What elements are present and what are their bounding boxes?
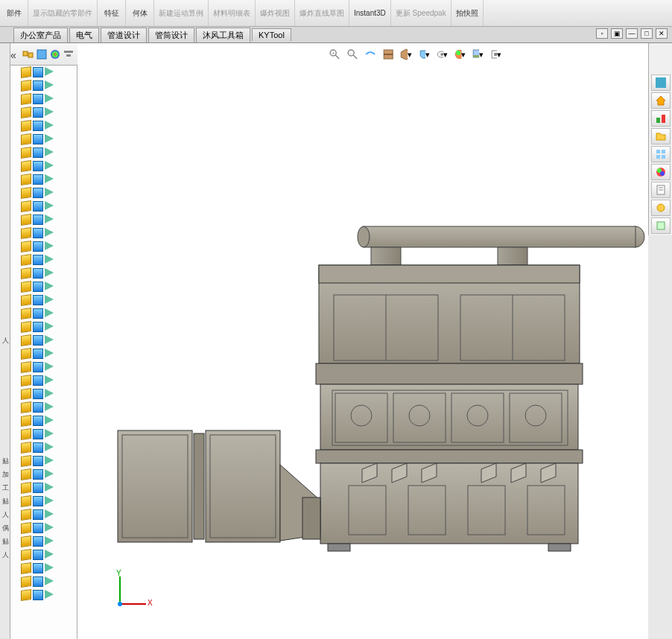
- tree-row[interactable]: [10, 387, 77, 401]
- ruler-mark: [0, 387, 10, 401]
- tree-row[interactable]: [10, 119, 77, 133]
- ribbon-btn-part[interactable]: 部件: [0, 0, 28, 26]
- tree-row[interactable]: [10, 521, 77, 535]
- tree-row[interactable]: [10, 334, 77, 347]
- tree-row[interactable]: [10, 173, 77, 186]
- tree-row[interactable]: [10, 213, 77, 226]
- tab-tubing[interactable]: 管筒设计: [148, 28, 194, 42]
- tree-row[interactable]: [10, 320, 77, 334]
- ribbon-btn-body[interactable]: 何体: [126, 0, 154, 26]
- ribbon-btn-showhide[interactable]: 显示隐藏的零部件: [28, 0, 98, 26]
- window-max-icon[interactable]: □: [641, 28, 653, 39]
- tree-row[interactable]: [10, 562, 77, 575]
- part-icon: [21, 308, 31, 320]
- tab-kytool[interactable]: KYTool: [252, 28, 291, 41]
- tree-row[interactable]: [10, 481, 77, 495]
- window-close-icon[interactable]: ✕: [656, 28, 668, 39]
- taskpane-extra1-icon[interactable]: [651, 200, 671, 216]
- edit-appearance-icon[interactable]: ▾: [453, 48, 466, 61]
- zoom-fit-icon[interactable]: +: [328, 48, 341, 61]
- taskpane-home-icon[interactable]: [651, 92, 671, 109]
- tree-row[interactable]: [10, 575, 77, 588]
- graphics-viewport[interactable]: + - ▾ ▾ ▾ ▾ ▾ ▾: [77, 43, 648, 639]
- tree-row[interactable]: [10, 267, 77, 280]
- taskpane-resources-icon[interactable]: [651, 74, 671, 91]
- hide-show-icon[interactable]: ▾: [435, 48, 448, 61]
- tree-row[interactable]: [10, 548, 77, 562]
- ribbon-btn-bom[interactable]: 材料明细表: [209, 0, 256, 26]
- tree-row[interactable]: [10, 508, 77, 521]
- tree-row[interactable]: [10, 92, 77, 106]
- tree-row[interactable]: [10, 414, 77, 427]
- taskpane-extra2-icon[interactable]: [651, 217, 671, 234]
- tab-office[interactable]: 办公室产品: [13, 28, 68, 42]
- orientation-triad[interactable]: Y X: [104, 576, 149, 621]
- previous-view-icon[interactable]: [364, 48, 377, 61]
- configuration-icon[interactable]: [36, 48, 48, 60]
- display-style-icon[interactable]: ▾: [417, 48, 431, 61]
- tab-mufeng[interactable]: 沐风工具箱: [196, 28, 250, 42]
- feature-tree[interactable]: [10, 66, 77, 639]
- tree-row[interactable]: [10, 280, 77, 293]
- taskpane-design-library-icon[interactable]: [651, 110, 671, 127]
- part-icon: [21, 200, 31, 212]
- ruler-mark: [0, 159, 10, 173]
- tree-row[interactable]: [10, 401, 77, 414]
- tree-row[interactable]: [10, 106, 77, 119]
- part-icon: [21, 160, 31, 172]
- tree-row[interactable]: [10, 253, 77, 267]
- filter-icon[interactable]: [63, 48, 75, 60]
- taskpane-view-palette-icon[interactable]: [651, 146, 671, 162]
- window-min-icon[interactable]: ▫: [596, 28, 608, 39]
- tree-row[interactable]: [10, 427, 77, 441]
- tree-row[interactable]: [10, 146, 77, 159]
- collapse-tree-icon[interactable]: «: [10, 49, 16, 61]
- tree-row[interactable]: [10, 468, 77, 481]
- tree-row[interactable]: [10, 535, 77, 548]
- tree-row[interactable]: [10, 347, 77, 360]
- ribbon-btn-explode[interactable]: 爆炸视图: [256, 0, 295, 26]
- ribbon-btn-feature[interactable]: 特征: [98, 0, 126, 26]
- tree-row[interactable]: [10, 240, 77, 253]
- tree-row[interactable]: [10, 79, 77, 92]
- apply-scene-icon[interactable]: ▾: [471, 48, 484, 61]
- ribbon-btn-speedpak[interactable]: 更新 Speedpak: [391, 0, 451, 26]
- view-settings-icon[interactable]: ▾: [489, 48, 502, 61]
- ribbon-btn-instant3d[interactable]: Instant3D: [349, 0, 391, 26]
- window-restore-icon[interactable]: ▣: [611, 28, 623, 39]
- tab-piping[interactable]: 管道设计: [101, 28, 147, 42]
- feature-tri-icon: [45, 362, 55, 372]
- ruler-mark: [0, 106, 10, 119]
- tree-row[interactable]: [10, 133, 77, 146]
- tree-row[interactable]: [10, 66, 77, 79]
- ribbon-btn-motion[interactable]: 新建运动算例: [154, 0, 209, 26]
- taskpane-file-explorer-icon[interactable]: [651, 128, 671, 144]
- view-orientation-icon[interactable]: ▾: [399, 48, 413, 61]
- tab-electrical[interactable]: 电气: [69, 28, 99, 42]
- tree-row[interactable]: [10, 454, 77, 468]
- face-icon: [33, 469, 43, 480]
- tree-row[interactable]: [10, 200, 77, 213]
- tree-row[interactable]: [10, 226, 77, 240]
- tree-row[interactable]: [10, 441, 77, 454]
- assembly-icon[interactable]: [22, 48, 34, 60]
- part-icon: [21, 120, 31, 132]
- tree-row[interactable]: [10, 495, 77, 508]
- tree-row[interactable]: [10, 159, 77, 173]
- tree-row[interactable]: [10, 307, 77, 320]
- tree-row[interactable]: [10, 374, 77, 387]
- section-view-icon[interactable]: [381, 48, 395, 61]
- taskpane-custom-properties-icon[interactable]: [651, 182, 671, 198]
- ribbon-btn-snapshot[interactable]: 拍快照: [451, 0, 484, 26]
- ruler-mark: 人: [0, 508, 10, 521]
- tree-row[interactable]: [10, 588, 77, 602]
- part-icon: [21, 133, 31, 145]
- appearance-icon[interactable]: [49, 48, 61, 60]
- taskpane-appearances-icon[interactable]: [651, 164, 671, 180]
- window-minimize-icon[interactable]: —: [626, 28, 638, 39]
- zoom-area-icon[interactable]: -: [346, 48, 359, 61]
- tree-row[interactable]: [10, 186, 77, 200]
- ribbon-btn-explodeline[interactable]: 爆炸直线草图: [295, 0, 349, 26]
- tree-row[interactable]: [10, 360, 77, 374]
- tree-row[interactable]: [10, 293, 77, 307]
